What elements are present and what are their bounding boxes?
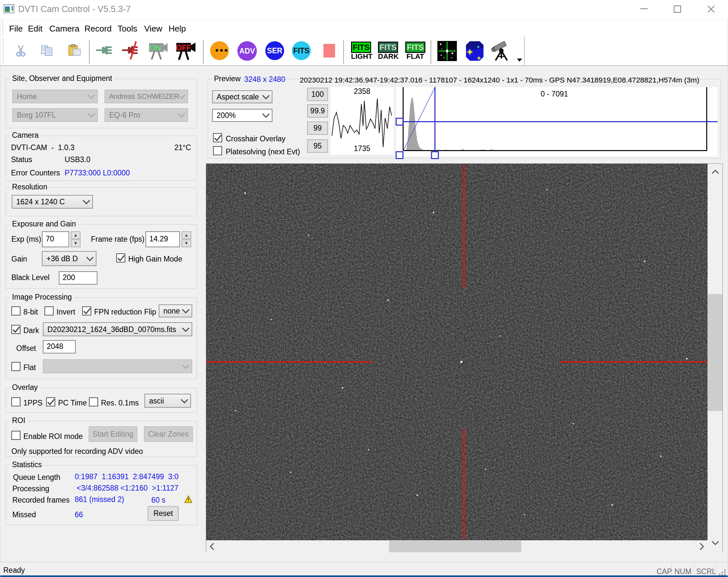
svg-text:ON: ON [149, 44, 161, 52]
svg-text:OFF: OFF [176, 44, 191, 52]
